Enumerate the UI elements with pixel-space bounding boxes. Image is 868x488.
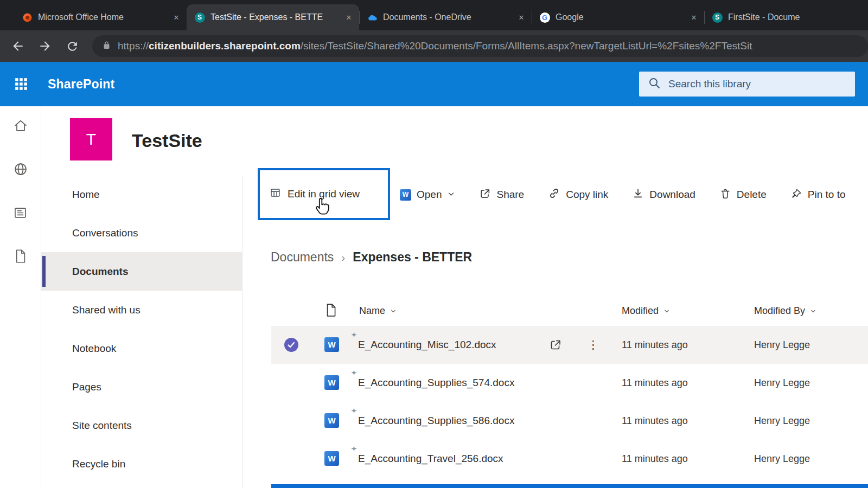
tab-title: Documents - OneDrive: [383, 12, 511, 22]
link-icon: [548, 187, 560, 202]
breadcrumb-current-folder: Expenses - BETTER: [353, 250, 472, 265]
sidebar-item-documents[interactable]: Documents: [41, 252, 242, 291]
app-launcher-waffle-icon[interactable]: [10, 73, 33, 95]
chevron-down-icon: [390, 307, 397, 314]
chevron-down-icon: [663, 307, 670, 314]
sidebar-item-site-contents[interactable]: Site contents: [41, 406, 242, 445]
file-name-link[interactable]: E_Accounting_Supplies_586.docx: [358, 415, 514, 427]
tab-close-icon[interactable]: [344, 12, 354, 22]
sidebar-item-notebook[interactable]: Notebook: [41, 329, 242, 368]
forward-icon[interactable]: [38, 39, 52, 53]
site-title: TestSite: [132, 130, 202, 151]
row-modified: 11 minutes ago: [622, 415, 688, 427]
search-input[interactable]: Search this library: [639, 72, 855, 97]
browser-tab-google[interactable]: Google: [532, 4, 704, 30]
command-bar: Open Share Copy link Download Delete Pin…: [400, 175, 845, 215]
tab-close-icon[interactable]: [171, 12, 181, 22]
breadcrumb-documents[interactable]: Documents: [271, 250, 334, 265]
share-icon: [479, 188, 491, 202]
new-item-sparkle-icon: [350, 369, 358, 379]
table-row[interactable]: E_Accounting_Supplies_586.docx 11 minute…: [271, 402, 868, 440]
edit-in-grid-view-label: Edit in grid view: [288, 188, 360, 200]
row-modified-by: Henry Legge: [754, 339, 810, 351]
file-name-link[interactable]: E_Accounting_Supplies_574.docx: [358, 377, 514, 389]
file-name-link[interactable]: E_Accounting_Misc_102.docx: [358, 339, 496, 351]
browser-tab-office[interactable]: Microsoft Office Home: [14, 4, 187, 30]
reload-icon[interactable]: [65, 39, 79, 53]
pin-to-top-button[interactable]: Pin to to: [790, 188, 846, 202]
edit-in-grid-view-button[interactable]: Edit in grid view: [258, 168, 390, 220]
table-row[interactable]: E_Accounting_Supplies_574.docx 11 minute…: [271, 364, 868, 402]
browser-tab-firstsite[interactable]: FirstSite - Docume: [704, 4, 868, 30]
table-row[interactable]: E_Accounting_Misc_102.docx 11 minutes ag…: [271, 326, 868, 364]
word-icon: [400, 189, 411, 201]
next-row-highlight-bar: [271, 484, 868, 488]
file-type-column-icon[interactable]: [325, 303, 337, 320]
tab-title: TestSite - Expenses - BETTE: [210, 12, 339, 22]
tab-close-icon[interactable]: [689, 12, 699, 22]
file-list-header: Name Modified Modified By: [271, 296, 868, 326]
breadcrumb-chevron-icon: ›: [341, 251, 345, 264]
news-icon[interactable]: [13, 205, 28, 220]
open-button[interactable]: Open: [400, 189, 455, 201]
browser-tab-onedrive[interactable]: Documents - OneDrive: [359, 4, 532, 30]
tab-close-icon[interactable]: [516, 12, 526, 22]
search-placeholder: Search this library: [668, 78, 751, 90]
word-file-icon: [324, 451, 339, 466]
tab-title: FirstSite - Docume: [728, 12, 868, 22]
tab-title: Google: [556, 12, 684, 22]
delete-button[interactable]: Delete: [719, 188, 767, 202]
sidebar-item-shared-with-us[interactable]: Shared with us: [41, 291, 242, 329]
google-icon: [539, 12, 550, 23]
row-more-actions-icon[interactable]: [588, 338, 599, 351]
row-modified-by: Henry Legge: [754, 453, 810, 465]
new-item-sparkle-icon: [350, 407, 358, 417]
grid-view-icon: [270, 187, 281, 201]
column-header-name[interactable]: Name: [359, 305, 397, 317]
file-name-link[interactable]: E_Accounting_Travel_256.docx: [358, 453, 503, 465]
sharepoint-brand: SharePoint: [48, 77, 114, 92]
word-file-icon: [324, 337, 339, 352]
sidebar-item-recycle-bin[interactable]: Recycle bin: [41, 445, 242, 483]
lock-icon: [102, 41, 111, 52]
sidebar-item-pages[interactable]: Pages: [41, 368, 242, 406]
share-button[interactable]: Share: [479, 188, 524, 202]
site-logo[interactable]: T: [70, 118, 112, 160]
new-item-sparkle-icon: [350, 445, 358, 455]
row-modified: 11 minutes ago: [622, 453, 688, 465]
download-icon: [632, 188, 644, 202]
file-icon[interactable]: [13, 248, 28, 264]
sharepoint-icon: [194, 12, 205, 23]
breadcrumb: Documents › Expenses - BETTER: [271, 250, 472, 265]
column-header-modified-by[interactable]: Modified By: [754, 305, 816, 317]
row-modified-by: Henry Legge: [754, 415, 810, 427]
browser-tab-bar: Microsoft Office Home TestSite - Expense…: [0, 0, 868, 30]
copy-link-button[interactable]: Copy link: [548, 187, 608, 202]
chevron-down-icon: [447, 189, 455, 201]
tab-title: Microsoft Office Home: [38, 12, 166, 22]
url-field[interactable]: https://citizenbuilders.sharepoint.com/s…: [92, 35, 868, 57]
row-share-icon[interactable]: [549, 338, 562, 354]
home-icon[interactable]: [13, 118, 28, 133]
column-header-modified[interactable]: Modified: [622, 305, 670, 317]
pin-icon: [790, 188, 802, 202]
left-nav: Home Conversations Documents Shared with…: [41, 175, 242, 488]
search-icon: [648, 76, 661, 92]
sidebar-item-home[interactable]: Home: [41, 175, 242, 214]
word-file-icon: [324, 413, 339, 428]
globe-icon[interactable]: [13, 162, 28, 177]
browser-tab-testsite-active[interactable]: TestSite - Expenses - BETTE: [187, 4, 359, 30]
file-list: Name Modified Modified By E_Accounting_M…: [271, 296, 868, 478]
download-button[interactable]: Download: [632, 188, 695, 202]
trash-icon: [719, 188, 731, 202]
url-text: https://citizenbuilders.sharepoint.com/s…: [118, 40, 752, 52]
onedrive-icon: [367, 12, 378, 23]
app-rail: [0, 106, 41, 488]
back-icon[interactable]: [11, 39, 25, 53]
table-row[interactable]: E_Accounting_Travel_256.docx 11 minutes …: [271, 440, 868, 478]
row-modified: 11 minutes ago: [622, 339, 688, 351]
row-modified-by: Henry Legge: [754, 377, 810, 389]
row-selected-check-icon[interactable]: [284, 337, 299, 355]
sidebar-item-conversations[interactable]: Conversations: [41, 214, 242, 252]
suite-bar: SharePoint Search this library: [0, 62, 868, 106]
